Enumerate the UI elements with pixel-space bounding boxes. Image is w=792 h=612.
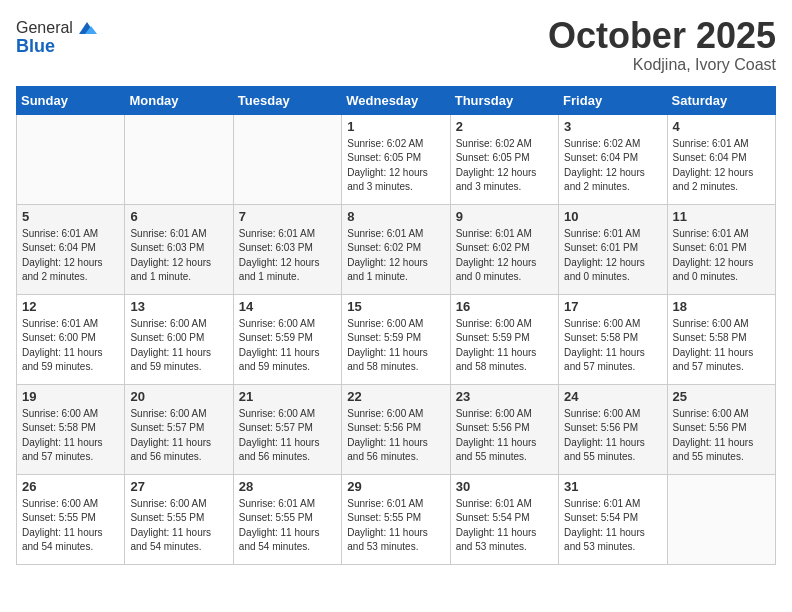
day-info: Sunrise: 6:02 AM Sunset: 6:05 PM Dayligh… (456, 137, 553, 195)
day-info: Sunrise: 6:00 AM Sunset: 5:58 PM Dayligh… (22, 407, 119, 465)
day-info: Sunrise: 6:01 AM Sunset: 5:54 PM Dayligh… (456, 497, 553, 555)
calendar-week-4: 19Sunrise: 6:00 AM Sunset: 5:58 PM Dayli… (17, 384, 776, 474)
day-number: 29 (347, 479, 444, 494)
logo-icon (75, 16, 99, 40)
day-info: Sunrise: 6:00 AM Sunset: 5:59 PM Dayligh… (347, 317, 444, 375)
calendar-cell: 19Sunrise: 6:00 AM Sunset: 5:58 PM Dayli… (17, 384, 125, 474)
day-number: 7 (239, 209, 336, 224)
calendar-cell: 18Sunrise: 6:00 AM Sunset: 5:58 PM Dayli… (667, 294, 775, 384)
day-info: Sunrise: 6:00 AM Sunset: 5:58 PM Dayligh… (673, 317, 770, 375)
calendar-cell: 6Sunrise: 6:01 AM Sunset: 6:03 PM Daylig… (125, 204, 233, 294)
day-info: Sunrise: 6:00 AM Sunset: 5:58 PM Dayligh… (564, 317, 661, 375)
day-info: Sunrise: 6:00 AM Sunset: 5:55 PM Dayligh… (130, 497, 227, 555)
day-info: Sunrise: 6:00 AM Sunset: 5:57 PM Dayligh… (239, 407, 336, 465)
day-info: Sunrise: 6:01 AM Sunset: 6:04 PM Dayligh… (673, 137, 770, 195)
day-number: 3 (564, 119, 661, 134)
day-number: 16 (456, 299, 553, 314)
calendar-cell: 30Sunrise: 6:01 AM Sunset: 5:54 PM Dayli… (450, 474, 558, 564)
title-block: October 2025 Kodjina, Ivory Coast (548, 16, 776, 74)
calendar-cell: 13Sunrise: 6:00 AM Sunset: 6:00 PM Dayli… (125, 294, 233, 384)
calendar-cell (233, 114, 341, 204)
day-info: Sunrise: 6:01 AM Sunset: 6:02 PM Dayligh… (347, 227, 444, 285)
calendar-cell: 24Sunrise: 6:00 AM Sunset: 5:56 PM Dayli… (559, 384, 667, 474)
calendar-cell: 17Sunrise: 6:00 AM Sunset: 5:58 PM Dayli… (559, 294, 667, 384)
location-subtitle: Kodjina, Ivory Coast (548, 56, 776, 74)
day-info: Sunrise: 6:00 AM Sunset: 5:57 PM Dayligh… (130, 407, 227, 465)
calendar-cell: 4Sunrise: 6:01 AM Sunset: 6:04 PM Daylig… (667, 114, 775, 204)
day-number: 23 (456, 389, 553, 404)
calendar-week-1: 1Sunrise: 6:02 AM Sunset: 6:05 PM Daylig… (17, 114, 776, 204)
day-number: 31 (564, 479, 661, 494)
calendar-cell: 21Sunrise: 6:00 AM Sunset: 5:57 PM Dayli… (233, 384, 341, 474)
weekday-header-row: SundayMondayTuesdayWednesdayThursdayFrid… (17, 86, 776, 114)
calendar-cell: 27Sunrise: 6:00 AM Sunset: 5:55 PM Dayli… (125, 474, 233, 564)
day-number: 6 (130, 209, 227, 224)
calendar-cell: 23Sunrise: 6:00 AM Sunset: 5:56 PM Dayli… (450, 384, 558, 474)
calendar-cell: 22Sunrise: 6:00 AM Sunset: 5:56 PM Dayli… (342, 384, 450, 474)
weekday-header-wednesday: Wednesday (342, 86, 450, 114)
month-title: October 2025 (548, 16, 776, 56)
calendar-cell: 26Sunrise: 6:00 AM Sunset: 5:55 PM Dayli… (17, 474, 125, 564)
weekday-header-saturday: Saturday (667, 86, 775, 114)
calendar-week-5: 26Sunrise: 6:00 AM Sunset: 5:55 PM Dayli… (17, 474, 776, 564)
day-info: Sunrise: 6:00 AM Sunset: 6:00 PM Dayligh… (130, 317, 227, 375)
logo-general-text: General (16, 19, 73, 37)
calendar-cell: 9Sunrise: 6:01 AM Sunset: 6:02 PM Daylig… (450, 204, 558, 294)
calendar-cell: 10Sunrise: 6:01 AM Sunset: 6:01 PM Dayli… (559, 204, 667, 294)
day-number: 27 (130, 479, 227, 494)
calendar-cell: 11Sunrise: 6:01 AM Sunset: 6:01 PM Dayli… (667, 204, 775, 294)
calendar-cell: 5Sunrise: 6:01 AM Sunset: 6:04 PM Daylig… (17, 204, 125, 294)
weekday-header-thursday: Thursday (450, 86, 558, 114)
weekday-header-friday: Friday (559, 86, 667, 114)
calendar-cell: 2Sunrise: 6:02 AM Sunset: 6:05 PM Daylig… (450, 114, 558, 204)
day-number: 10 (564, 209, 661, 224)
calendar-cell: 31Sunrise: 6:01 AM Sunset: 5:54 PM Dayli… (559, 474, 667, 564)
calendar-cell: 1Sunrise: 6:02 AM Sunset: 6:05 PM Daylig… (342, 114, 450, 204)
day-info: Sunrise: 6:01 AM Sunset: 6:04 PM Dayligh… (22, 227, 119, 285)
calendar-cell: 29Sunrise: 6:01 AM Sunset: 5:55 PM Dayli… (342, 474, 450, 564)
calendar-cell (667, 474, 775, 564)
day-number: 5 (22, 209, 119, 224)
calendar-cell: 14Sunrise: 6:00 AM Sunset: 5:59 PM Dayli… (233, 294, 341, 384)
logo: General Blue (16, 16, 99, 57)
day-info: Sunrise: 6:01 AM Sunset: 5:55 PM Dayligh… (347, 497, 444, 555)
calendar-cell: 15Sunrise: 6:00 AM Sunset: 5:59 PM Dayli… (342, 294, 450, 384)
day-info: Sunrise: 6:00 AM Sunset: 5:59 PM Dayligh… (239, 317, 336, 375)
day-info: Sunrise: 6:01 AM Sunset: 6:00 PM Dayligh… (22, 317, 119, 375)
day-number: 8 (347, 209, 444, 224)
day-number: 11 (673, 209, 770, 224)
calendar-week-3: 12Sunrise: 6:01 AM Sunset: 6:00 PM Dayli… (17, 294, 776, 384)
calendar-cell: 28Sunrise: 6:01 AM Sunset: 5:55 PM Dayli… (233, 474, 341, 564)
day-info: Sunrise: 6:00 AM Sunset: 5:56 PM Dayligh… (347, 407, 444, 465)
day-number: 17 (564, 299, 661, 314)
day-number: 4 (673, 119, 770, 134)
day-info: Sunrise: 6:00 AM Sunset: 5:59 PM Dayligh… (456, 317, 553, 375)
day-info: Sunrise: 6:01 AM Sunset: 6:01 PM Dayligh… (673, 227, 770, 285)
day-info: Sunrise: 6:02 AM Sunset: 6:04 PM Dayligh… (564, 137, 661, 195)
day-number: 1 (347, 119, 444, 134)
calendar-table: SundayMondayTuesdayWednesdayThursdayFrid… (16, 86, 776, 565)
page-header: General Blue October 2025 Kodjina, Ivory… (16, 16, 776, 74)
day-number: 2 (456, 119, 553, 134)
calendar-cell: 3Sunrise: 6:02 AM Sunset: 6:04 PM Daylig… (559, 114, 667, 204)
day-info: Sunrise: 6:01 AM Sunset: 5:54 PM Dayligh… (564, 497, 661, 555)
day-number: 18 (673, 299, 770, 314)
day-number: 14 (239, 299, 336, 314)
day-number: 30 (456, 479, 553, 494)
day-number: 22 (347, 389, 444, 404)
day-info: Sunrise: 6:02 AM Sunset: 6:05 PM Dayligh… (347, 137, 444, 195)
day-number: 26 (22, 479, 119, 494)
weekday-header-monday: Monday (125, 86, 233, 114)
day-info: Sunrise: 6:01 AM Sunset: 6:03 PM Dayligh… (239, 227, 336, 285)
day-number: 21 (239, 389, 336, 404)
day-info: Sunrise: 6:00 AM Sunset: 5:56 PM Dayligh… (564, 407, 661, 465)
day-info: Sunrise: 6:01 AM Sunset: 6:03 PM Dayligh… (130, 227, 227, 285)
calendar-cell: 20Sunrise: 6:00 AM Sunset: 5:57 PM Dayli… (125, 384, 233, 474)
day-number: 15 (347, 299, 444, 314)
weekday-header-tuesday: Tuesday (233, 86, 341, 114)
calendar-cell: 16Sunrise: 6:00 AM Sunset: 5:59 PM Dayli… (450, 294, 558, 384)
day-info: Sunrise: 6:00 AM Sunset: 5:55 PM Dayligh… (22, 497, 119, 555)
calendar-cell: 25Sunrise: 6:00 AM Sunset: 5:56 PM Dayli… (667, 384, 775, 474)
day-number: 9 (456, 209, 553, 224)
day-number: 19 (22, 389, 119, 404)
